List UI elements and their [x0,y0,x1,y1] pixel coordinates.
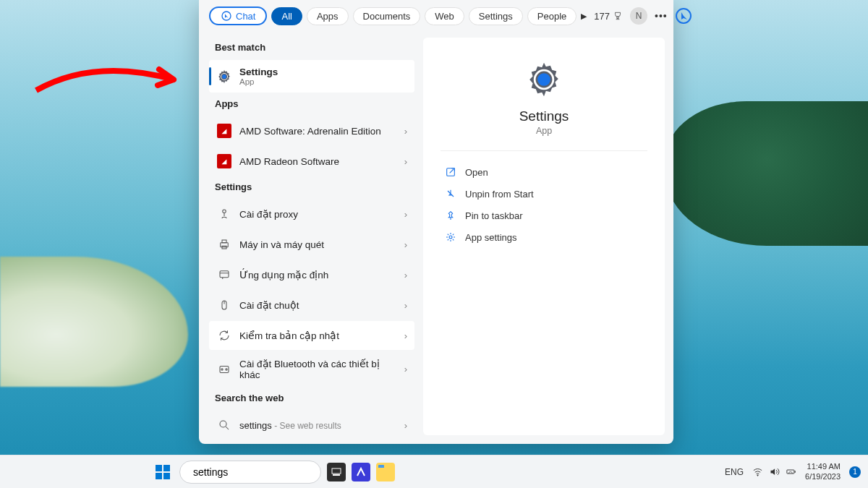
taskbar: ENG 11:49 AM 6/19/2023 1 [0,455,868,488]
tab-chat-label: Chat [236,11,255,22]
taskbar-search-box[interactable] [179,461,321,484]
result-setting-proxy[interactable]: Cài đặt proxy › [209,200,414,228]
svg-point-15 [537,73,550,86]
gear-icon [441,59,647,100]
svg-rect-6 [221,243,229,247]
svg-point-26 [757,475,758,476]
section-best-match: Best match [209,38,414,59]
result-title: Settings [239,67,407,77]
unpin-icon [445,188,456,200]
chevron-right-icon: › [404,300,407,311]
section-settings: Settings [209,177,414,198]
detail-pane: Settings App Open Unpin from Start Pin t… [423,38,665,435]
rewards-points[interactable]: 177 [594,11,623,22]
wifi-icon[interactable] [752,466,763,477]
gear-icon [445,231,456,243]
chevron-right-icon: › [404,364,407,374]
action-open[interactable]: Open [441,161,647,183]
tab-settings[interactable]: Settings [469,7,523,25]
result-subtitle: App [239,77,407,86]
result-setting-printer[interactable]: Máy in và máy quét › [209,230,414,259]
svg-rect-19 [156,465,162,471]
default-apps-icon [218,268,231,281]
notification-badge[interactable]: 1 [849,466,861,478]
result-setting-default-apps[interactable]: Ứng dụng mặc định › [209,260,414,289]
bluetooth-icon [218,363,231,376]
taskview-icon [331,468,341,476]
trophy-icon [613,11,623,21]
svg-point-13 [226,368,227,369]
chevron-right-icon: › [404,330,407,341]
mouse-icon [218,299,231,312]
result-app-amd-radeon[interactable]: ◢ AMD Radeon Software › [209,147,414,176]
result-best-match-settings[interactable]: Settings App [209,60,414,93]
search-tabs-row: Chat All Apps Documents Web Settings Peo… [199,0,673,32]
bing-icon[interactable] [675,7,692,25]
svg-point-12 [221,368,223,369]
section-apps: Apps [209,94,414,115]
detail-title: Settings [441,108,647,124]
amd-icon: ◢ [217,124,231,138]
results-left-column: Best match Settings App Apps ◢ AMD Softw… [199,32,422,444]
tab-people[interactable]: People [527,7,576,25]
open-icon [445,166,456,178]
tab-apps[interactable]: Apps [307,7,349,25]
start-button[interactable] [152,461,174,483]
chevron-right-icon: › [404,126,407,137]
start-search-panel: Chat All Apps Documents Web Settings Peo… [199,0,673,444]
taskbar-app-1[interactable] [352,463,370,481]
app-icon [356,467,366,477]
volume-icon[interactable] [769,466,780,477]
svg-rect-20 [163,465,170,471]
section-search-web: Search the web [209,388,414,409]
detail-subtitle: App [441,126,647,136]
annotation-arrow [29,61,188,105]
action-app-settings[interactable]: App settings [441,226,647,248]
svg-rect-7 [222,240,226,243]
tab-web[interactable]: Web [425,7,464,25]
play-icon[interactable]: ▶ [581,12,587,21]
svg-point-5 [223,210,226,213]
svg-rect-24 [332,468,341,474]
taskbar-search-input[interactable] [193,466,320,478]
chevron-right-icon: › [404,239,407,250]
user-avatar[interactable]: N [630,7,647,25]
bing-chat-icon [221,10,232,22]
svg-point-14 [220,421,226,427]
svg-rect-9 [220,271,229,278]
svg-rect-22 [163,473,170,479]
svg-point-18 [449,236,452,239]
battery-icon[interactable] [786,466,796,477]
system-tray: ENG 11:49 AM 6/19/2023 1 [725,462,861,482]
proxy-icon [218,207,231,221]
more-icon[interactable]: ••• [655,10,668,22]
chevron-right-icon: › [404,209,407,220]
result-app-amd-adrenalin[interactable]: ◢ AMD Software: Adrenalin Edition › [209,116,414,145]
amd-icon: ◢ [217,154,231,168]
svg-rect-21 [156,473,162,479]
file-explorer-button[interactable] [376,463,395,481]
action-pin-taskbar[interactable]: Pin to taskbar [441,205,647,226]
chevron-right-icon: › [404,270,407,281]
search-icon [218,419,231,432]
svg-rect-28 [795,471,796,473]
result-search-web[interactable]: settings - See web results › [209,411,414,440]
chevron-right-icon: › [404,156,407,167]
windows-logo-icon [154,463,171,481]
update-icon [218,329,231,342]
printer-icon [218,238,231,251]
svg-rect-25 [333,474,340,476]
clock[interactable]: 11:49 AM 6/19/2023 [805,462,841,482]
pin-icon [445,210,456,221]
tab-documents[interactable]: Documents [353,7,421,25]
result-setting-update[interactable]: Kiểm tra bản cập nhật › [209,321,414,350]
task-view-button[interactable] [327,463,346,481]
tab-all[interactable]: All [271,7,302,25]
language-indicator[interactable]: ENG [725,467,744,477]
tab-chat[interactable]: Chat [209,7,267,25]
result-setting-mouse[interactable]: Cài đặt chuột › [209,291,414,320]
chevron-right-icon: › [404,420,407,431]
gear-icon [216,69,232,85]
result-setting-bluetooth[interactable]: Cài đặt Bluetooth và các thiết bị khác › [209,351,414,387]
action-unpin-start[interactable]: Unpin from Start [441,183,647,205]
